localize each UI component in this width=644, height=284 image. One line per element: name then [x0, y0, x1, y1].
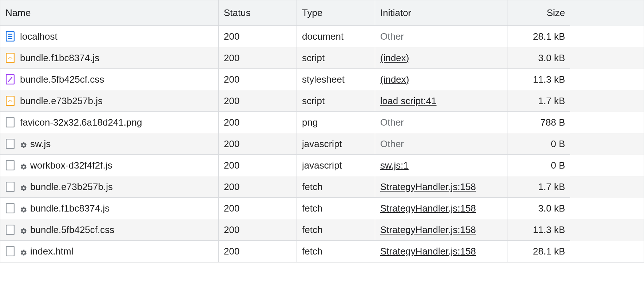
initiator-link[interactable]: (index)	[380, 52, 409, 64]
svg-rect-14	[6, 225, 14, 234]
cell-type: fetch	[297, 176, 375, 198]
cell-name[interactable]: sw.js	[0, 133, 219, 155]
cell-size: 28.1 kB	[508, 241, 570, 262]
cell-name[interactable]: bundle.e73b257b.js	[0, 176, 219, 198]
svg-rect-9	[6, 118, 14, 127]
cell-type: javascript	[297, 133, 375, 155]
cell-initiator[interactable]: StrategyHandler.js:158	[375, 198, 508, 219]
initiator-text: Other	[380, 117, 404, 128]
cell-initiator[interactable]: StrategyHandler.js:158	[375, 219, 508, 241]
gear-icon	[20, 205, 27, 212]
table-row[interactable]: localhost200documentOther28.1 kB	[0, 26, 644, 47]
document-file-icon	[5, 31, 15, 42]
blank-file-icon	[5, 246, 15, 257]
cell-size: 11.3 kB	[508, 219, 570, 241]
blank-file-icon	[5, 181, 15, 192]
cell-name[interactable]: index.html	[0, 241, 219, 262]
cell-name[interactable]: <>bundle.f1bc8374.js	[0, 47, 219, 69]
cell-status: 200	[219, 133, 297, 155]
file-name: favicon-32x32.6a18d241.png	[20, 117, 142, 128]
cell-name[interactable]: bundle.5fb425cf.css	[0, 69, 219, 90]
cell-initiator[interactable]: StrategyHandler.js:158	[375, 176, 508, 198]
cell-status: 200	[219, 241, 297, 262]
cell-size: 3.0 kB	[508, 47, 570, 69]
file-name: index.html	[30, 246, 73, 257]
table-row[interactable]: sw.js200javascriptOther0 B	[0, 133, 644, 155]
table-row[interactable]: index.html200fetchStrategyHandler.js:158…	[0, 241, 644, 262]
initiator-link[interactable]: load script:41	[380, 95, 437, 107]
cell-initiator[interactable]: StrategyHandler.js:158	[375, 241, 508, 262]
table-row[interactable]: favicon-32x32.6a18d241.png200pngOther788…	[0, 112, 644, 133]
gear-icon	[20, 248, 27, 255]
blank-file-icon	[5, 117, 15, 128]
header-initiator[interactable]: Initiator	[375, 0, 508, 26]
gear-icon	[20, 226, 27, 233]
header-type[interactable]: Type	[297, 0, 375, 26]
svg-text:<>: <>	[8, 56, 13, 60]
table-row[interactable]: bundle.5fb425cf.css200stylesheet(index)1…	[0, 69, 644, 90]
cell-name[interactable]: workbox-d32f4f2f.js	[0, 155, 219, 176]
file-name: sw.js	[30, 138, 51, 150]
gear-icon	[20, 140, 27, 147]
initiator-text: Other	[380, 138, 404, 150]
cell-initiator: Other	[375, 112, 508, 133]
file-name: bundle.f1bc8374.js	[20, 52, 99, 64]
cell-size: 1.7 kB	[508, 176, 570, 198]
cell-name[interactable]: localhost	[0, 26, 219, 47]
cell-type: script	[297, 90, 375, 112]
cell-status: 200	[219, 47, 297, 69]
header-name[interactable]: Name	[0, 0, 219, 26]
table-row[interactable]: bundle.e73b257b.js200fetchStrategyHandle…	[0, 176, 644, 198]
table-row[interactable]: <>bundle.f1bc8374.js200script(index)3.0 …	[0, 47, 644, 69]
cell-name[interactable]: favicon-32x32.6a18d241.png	[0, 112, 219, 133]
cell-initiator: Other	[375, 133, 508, 155]
cell-size: 3.0 kB	[508, 198, 570, 219]
cell-type: script	[297, 47, 375, 69]
cell-initiator[interactable]: load script:41	[375, 90, 508, 112]
cell-size: 0 B	[508, 133, 570, 155]
file-name: bundle.e73b257b.js	[20, 95, 103, 107]
initiator-link[interactable]: sw.js:1	[380, 160, 409, 171]
cell-initiator: Other	[375, 26, 508, 47]
cell-status: 200	[219, 155, 297, 176]
initiator-link[interactable]: StrategyHandler.js:158	[380, 203, 476, 214]
js-file-icon: <>	[5, 52, 15, 63]
header-status[interactable]: Status	[219, 0, 297, 26]
cell-name[interactable]: bundle.f1bc8374.js	[0, 198, 219, 219]
svg-text:<>: <>	[8, 99, 13, 103]
table-row[interactable]: <>bundle.e73b257b.js200scriptload script…	[0, 90, 644, 112]
cell-status: 200	[219, 26, 297, 47]
cell-size: 788 B	[508, 112, 570, 133]
cell-size: 1.7 kB	[508, 90, 570, 112]
cell-name[interactable]: bundle.5fb425cf.css	[0, 219, 219, 241]
cell-status: 200	[219, 219, 297, 241]
cell-status: 200	[219, 176, 297, 198]
cell-initiator[interactable]: (index)	[375, 47, 508, 69]
cell-type: fetch	[297, 241, 375, 262]
table-row[interactable]: workbox-d32f4f2f.js200javascriptsw.js:10…	[0, 155, 644, 176]
file-name: localhost	[20, 31, 57, 42]
initiator-link[interactable]: StrategyHandler.js:158	[380, 246, 476, 257]
cell-initiator[interactable]: sw.js:1	[375, 155, 508, 176]
initiator-link[interactable]: (index)	[380, 74, 409, 85]
cell-type: fetch	[297, 198, 375, 219]
svg-rect-15	[6, 246, 14, 256]
cell-status: 200	[219, 112, 297, 133]
cell-size: 0 B	[508, 155, 570, 176]
initiator-link[interactable]: StrategyHandler.js:158	[380, 224, 476, 236]
cell-status: 200	[219, 198, 297, 219]
initiator-link[interactable]: StrategyHandler.js:158	[380, 181, 476, 193]
cell-size: 11.3 kB	[508, 69, 570, 90]
gear-icon	[20, 183, 27, 190]
table-row[interactable]: bundle.f1bc8374.js200fetchStrategyHandle…	[0, 198, 644, 219]
cell-type: png	[297, 112, 375, 133]
table-row[interactable]: bundle.5fb425cf.css200fetchStrategyHandl…	[0, 219, 644, 241]
file-name: bundle.5fb425cf.css	[30, 224, 114, 236]
cell-initiator[interactable]: (index)	[375, 69, 508, 90]
cell-status: 200	[219, 69, 297, 90]
cell-type: stylesheet	[297, 69, 375, 90]
header-size[interactable]: Size	[508, 0, 570, 26]
blank-file-icon	[5, 160, 15, 171]
file-name: workbox-d32f4f2f.js	[30, 160, 112, 171]
cell-name[interactable]: <>bundle.e73b257b.js	[0, 90, 219, 112]
